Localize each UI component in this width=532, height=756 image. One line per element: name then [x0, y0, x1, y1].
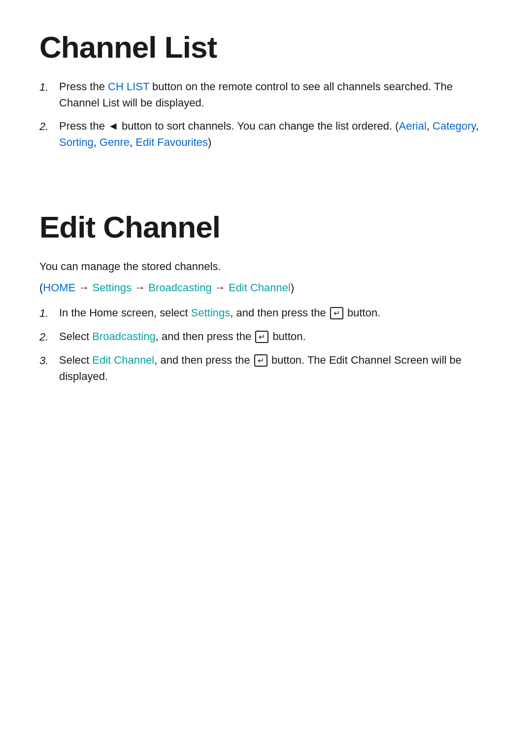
list-content-1: In the Home screen, select Settings, and… — [59, 305, 493, 321]
breadcrumb-settings: Settings — [93, 281, 132, 294]
category-link: Category — [432, 120, 476, 132]
ch-list-link: CH LIST — [108, 80, 149, 93]
sorting-link: Sorting — [59, 136, 94, 148]
list-item: 3. Select Edit Channel, and then press t… — [39, 352, 493, 384]
list-item: 2. Select Broadcasting, and then press t… — [39, 328, 493, 345]
list-content-2: Select Broadcasting, and then press the … — [59, 328, 493, 344]
breadcrumb-edit-channel: Edit Channel — [229, 281, 291, 294]
list-content-2: Press the ◄ button to sort channels. You… — [59, 118, 493, 150]
list-content-3: Select Edit Channel, and then press the … — [59, 352, 493, 384]
channel-list-section: Channel List 1. Press the CH LIST button… — [39, 30, 493, 150]
list-item: 2. Press the ◄ button to sort channels. … — [39, 118, 493, 150]
list-item: 1. In the Home screen, select Settings, … — [39, 305, 493, 321]
breadcrumb-broadcasting: Broadcasting — [148, 281, 211, 294]
list-item: 1. Press the CH LIST button on the remot… — [39, 78, 493, 111]
aerial-link: Aerial — [399, 120, 427, 132]
list-number-1: 1. — [39, 78, 59, 95]
list-number-2: 2. — [39, 328, 59, 345]
settings-link: Settings — [191, 307, 231, 319]
list-content-1: Press the CH LIST button on the remote c… — [59, 78, 493, 111]
edit-channel-subtitle: You can manage the stored channels. — [39, 258, 493, 275]
channel-list-items: 1. Press the CH LIST button on the remot… — [39, 78, 493, 150]
enter-icon: ↵ — [330, 307, 343, 319]
enter-icon-2: ↵ — [255, 331, 268, 343]
list-number-3: 3. — [39, 352, 59, 369]
breadcrumb-home: HOME — [43, 281, 75, 294]
channel-list-title: Channel List — [39, 30, 493, 65]
breadcrumb: (HOME → Settings → Broadcasting → Edit C… — [39, 279, 493, 296]
enter-icon-3: ↵ — [254, 354, 267, 367]
edit-channel-link: Edit Channel — [92, 354, 154, 366]
divider — [39, 180, 493, 209]
genre-link: Genre — [100, 136, 130, 148]
edit-channel-section: Edit Channel You can manage the stored c… — [39, 209, 493, 384]
edit-channel-items: 1. In the Home screen, select Settings, … — [39, 305, 493, 384]
edit-channel-title: Edit Channel — [39, 209, 493, 244]
list-number-2: 2. — [39, 118, 59, 135]
edit-favourites-link: Edit Favourites — [135, 136, 208, 148]
broadcasting-link: Broadcasting — [92, 330, 155, 343]
list-number-1: 1. — [39, 305, 59, 321]
